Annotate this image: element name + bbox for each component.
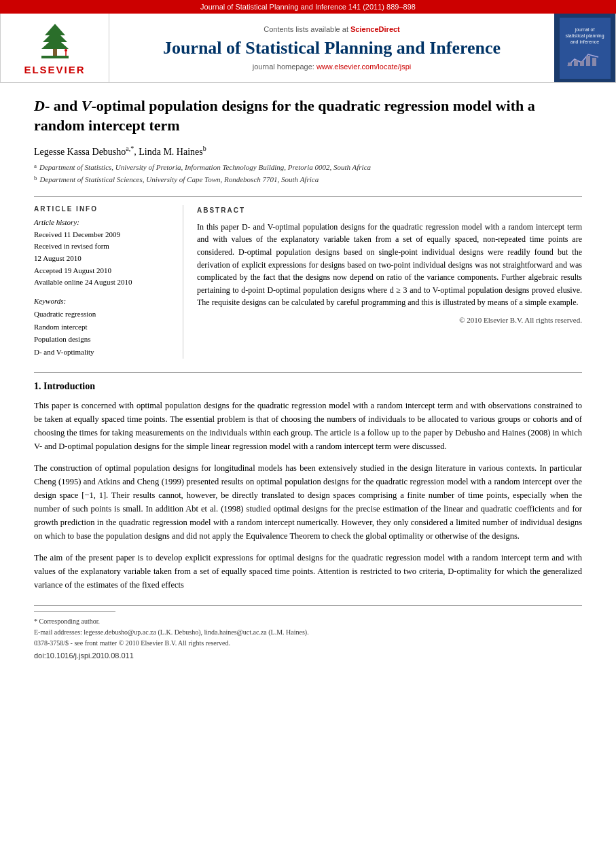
- svg-rect-0: [41, 56, 69, 58]
- elsevier-tree-icon: [35, 20, 75, 61]
- keyword-4: D- and V-optimality: [34, 346, 172, 359]
- article-info-abstract: ARTICLE INFO Article history: Received 1…: [34, 205, 582, 359]
- email2: linda.haines@uct.ac.za (L.M. Haines).: [204, 628, 309, 636]
- sciencedirect-line: Contents lists available at ScienceDirec…: [264, 25, 400, 33]
- introduction-section: 1. Introduction This paper is concerned …: [34, 381, 582, 592]
- affil1-sup: a: [34, 162, 37, 173]
- copyright-notice: © 2010 Elsevier B.V. All rights reserved…: [197, 315, 582, 326]
- author1-sup: a,*: [126, 145, 134, 152]
- journal-cover-area: journal of statistical planning and infe…: [554, 14, 615, 82]
- cover-chart-icon: [564, 49, 605, 69]
- available-date: Available online 24 August 2010: [34, 276, 172, 289]
- svg-rect-7: [568, 62, 572, 66]
- footnote-divider: [34, 611, 115, 612]
- journal-homepage-line: journal homepage: www.elsevier.com/locat…: [253, 62, 412, 71]
- intro-paragraph-3: The aim of the present paper is to devel…: [34, 551, 582, 592]
- author2-sup: b: [203, 145, 206, 152]
- footer-area: * Corresponding author. E-mail addresses…: [34, 605, 582, 660]
- received-1: Received 11 December 2009: [34, 229, 172, 241]
- journal-header-center: Contents lists available at ScienceDirec…: [109, 14, 554, 82]
- svg-rect-9: [580, 61, 584, 66]
- title-v: V: [81, 97, 92, 114]
- intro-paragraph-2: The construction of optimal population d…: [34, 461, 582, 543]
- homepage-link[interactable]: www.elsevier.com/locate/jspi: [316, 62, 411, 71]
- affiliation-2: b Department of Statistical Sciences, Un…: [34, 174, 582, 185]
- journal-citation-text: Journal of Statistical Planning and Infe…: [200, 3, 416, 11]
- cover-text-2: statistical planning: [565, 33, 604, 39]
- issn-text: 0378-3758/$ - see front matter © 2010 El…: [34, 639, 230, 647]
- section-title: 1. Introduction: [34, 381, 582, 392]
- doi-line: doi:10.1016/j.jspi.2010.08.011: [34, 651, 582, 660]
- received-2-label: Received in revised form: [34, 240, 172, 253]
- journal-header: ELSEVIER Contents lists available at Sci…: [0, 14, 616, 83]
- journal-citation-bar: Journal of Statistical Planning and Infe…: [0, 0, 616, 14]
- cover-text-3: and inference: [570, 39, 599, 45]
- header-divider: [34, 196, 582, 197]
- article-info-column: ARTICLE INFO Article history: Received 1…: [34, 205, 183, 359]
- author1-name: Legesse Kassa Debusho: [34, 147, 126, 157]
- article-title: D- and V-optimal population designs for …: [34, 96, 582, 135]
- abstract-text: In this paper D- and V-optimal populatio…: [197, 221, 582, 309]
- elsevier-logo: ELSEVIER: [24, 20, 85, 75]
- email-label: E-mail addresses:: [34, 628, 82, 636]
- main-content: D- and V-optimal population designs for …: [0, 83, 616, 673]
- cover-text-1: journal of: [575, 26, 595, 33]
- section-number: 1.: [34, 381, 41, 391]
- keywords-section: Keywords: Quadratic regression Random in…: [34, 297, 172, 359]
- star-note: * Corresponding author.: [34, 618, 100, 625]
- svg-rect-10: [586, 56, 590, 66]
- author2-name: , Linda M. Haines: [134, 147, 202, 157]
- affil1-text: Department of Statistics, University of …: [39, 162, 371, 173]
- abstract-heading: ABSTRACT: [197, 205, 582, 215]
- elsevier-brand-text: ELSEVIER: [24, 64, 85, 75]
- received-2-date: 12 August 2010: [34, 253, 172, 265]
- intro-paragraph-1: This paper is concerned with optimal pop…: [34, 399, 582, 453]
- svg-rect-8: [574, 60, 578, 66]
- affil2-sup: b: [34, 174, 37, 185]
- affil2-text: Department of Statistical Sciences, Univ…: [40, 174, 319, 185]
- title-rest: -optimal population designs for the quad…: [34, 97, 535, 134]
- journal-title-header: Journal of Statistical Planning and Infe…: [163, 37, 501, 58]
- svg-rect-11: [592, 58, 596, 66]
- svg-point-5: [65, 49, 67, 52]
- abstract-column: ABSTRACT In this paper D- and V-optimal …: [197, 205, 582, 359]
- keyword-2: Random intercept: [34, 321, 172, 334]
- svg-marker-4: [41, 37, 69, 49]
- article-history: Article history: Received 11 December 20…: [34, 218, 172, 289]
- article-info-heading: ARTICLE INFO: [34, 205, 172, 213]
- affiliation-1: a Department of Statistics, University o…: [34, 162, 582, 173]
- email1: legesse.debusho@up.ac.za (L.K. Debusho),: [84, 628, 202, 636]
- title-d: D: [34, 97, 45, 114]
- section-title-text: Introduction: [43, 381, 95, 391]
- accepted-date: Accepted 19 August 2010: [34, 265, 172, 277]
- issn-line: 0378-3758/$ - see front matter © 2010 El…: [34, 638, 582, 649]
- keyword-1: Quadratic regression: [34, 308, 172, 321]
- doi-text: doi:10.1016/j.jspi.2010.08.011: [34, 651, 134, 660]
- keyword-3: Population designs: [34, 333, 172, 346]
- elsevier-logo-area: ELSEVIER: [1, 14, 109, 82]
- journal-cover-thumbnail: journal of statistical planning and infe…: [560, 18, 611, 79]
- footnote-corresponding: * Corresponding author.: [34, 616, 582, 627]
- keywords-label: Keywords:: [34, 297, 172, 305]
- footnote-email: E-mail addresses: legesse.debusho@up.ac.…: [34, 627, 582, 638]
- authors-line: Legesse Kassa Debushoa,*, Linda M. Haine…: [34, 145, 582, 158]
- content-divider: [34, 372, 582, 373]
- affiliations: a Department of Statistics, University o…: [34, 162, 582, 185]
- history-label: Article history:: [34, 218, 172, 226]
- sciencedirect-link[interactable]: ScienceDirect: [350, 25, 400, 33]
